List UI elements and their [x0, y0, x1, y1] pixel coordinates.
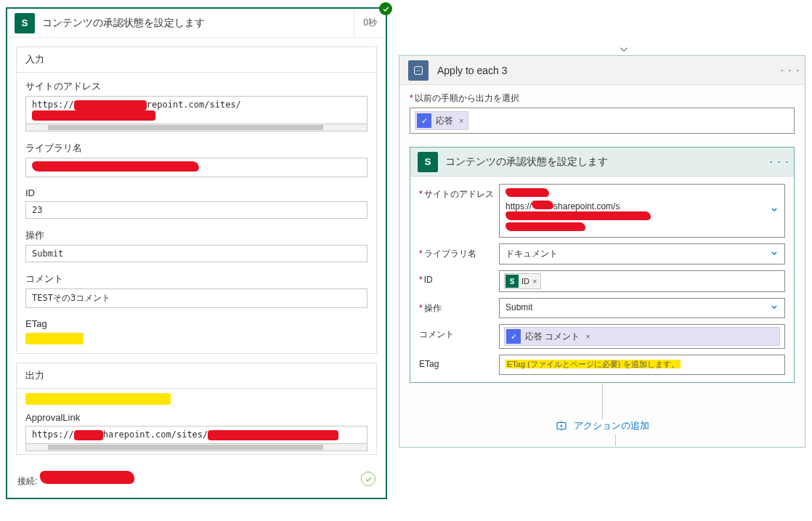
response-token[interactable]: ✓ 応答 ×: [415, 111, 468, 130]
remove-token-button[interactable]: ×: [459, 116, 463, 125]
chevron-down-icon[interactable]: [770, 249, 779, 259]
approvals-icon: ✓: [506, 329, 521, 344]
left-header[interactable]: コンテンツの承認状態を設定します 0秒: [7, 9, 386, 38]
operation-label: 操作: [25, 229, 368, 242]
response-comment-token[interactable]: ✓ 応答 コメント ×: [504, 327, 780, 346]
operation-field[interactable]: Submit: [499, 298, 785, 318]
site-address-label: サイトのアドレス: [424, 189, 494, 199]
inner-action-title: コンテンツの承認状態を設定します: [445, 156, 765, 169]
outputs-heading: 出力: [17, 363, 376, 389]
horizontal-scrollbar[interactable]: [25, 444, 368, 451]
left-footer: 接続:: [7, 464, 386, 498]
etag-value-redacted: [25, 332, 368, 344]
loop-icon: [408, 60, 429, 81]
etag-label: ETag: [419, 359, 439, 369]
etag-placeholder: ETag (ファイルとページに必要) を追加します。: [506, 360, 681, 368]
etag-field[interactable]: ETag (ファイルとページに必要) を追加します。: [499, 355, 785, 375]
add-action-button[interactable]: アクションの追加: [410, 419, 795, 435]
approvals-icon: ✓: [417, 113, 431, 128]
inner-action-header[interactable]: コンテンツの承認状態を設定します · · ·: [410, 148, 794, 177]
left-duration: 0秒: [354, 9, 386, 37]
comment-field[interactable]: ✓ 応答 コメント ×: [499, 324, 785, 349]
connection-label: 接続:: [17, 476, 37, 486]
operation-label: 操作: [424, 303, 442, 313]
set-content-approval-action: コンテンツの承認状態を設定します · · · *サイトのアドレス https:/…: [410, 147, 795, 383]
chevron-down-icon[interactable]: [770, 206, 779, 217]
more-menu-button[interactable]: · · ·: [765, 156, 794, 169]
library-field[interactable]: ドキュメント: [499, 243, 785, 264]
previous-output-field[interactable]: ✓ 応答 ×: [410, 108, 795, 134]
site-address-label: サイトのアドレス: [25, 80, 368, 93]
id-token[interactable]: S ID ×: [504, 273, 541, 289]
apply-to-each-header[interactable]: Apply to each 3 · · ·: [399, 56, 805, 85]
left-action-title: コンテンツの承認状態を設定します: [42, 17, 354, 30]
apply-to-each-card: Apply to each 3 · · · *以前の手順から出力を選択 ✓ 応答…: [399, 55, 805, 448]
site-address-value[interactable]: https://repoint.com/sites/: [25, 96, 368, 124]
sharepoint-icon: [418, 152, 438, 172]
comment-label: コメント: [419, 329, 454, 339]
sharepoint-icon: [15, 13, 35, 33]
remove-token-button[interactable]: ×: [585, 332, 590, 341]
library-label: ライブラリ名: [424, 249, 476, 259]
outputs-card: 出力 ApprovalLink https://harepoint.com/si…: [16, 363, 377, 455]
approval-link-label: ApprovalLink: [25, 412, 368, 423]
site-address-field[interactable]: https://sharepoint.com/s: [499, 184, 785, 238]
id-label: ID: [424, 275, 433, 285]
etag-label: ETag: [25, 318, 368, 329]
comment-label: コメント: [25, 272, 368, 286]
add-action-icon: [555, 419, 568, 432]
check-circle-icon: [361, 472, 375, 486]
inputs-heading: 入力: [17, 47, 376, 73]
operation-value[interactable]: Submit: [25, 245, 368, 262]
left-run-result-panel: コンテンツの承認状態を設定します 0秒 入力 サイトのアドレス https://…: [6, 7, 387, 499]
chevron-down-icon[interactable]: [770, 303, 779, 314]
library-value[interactable]: [25, 158, 368, 177]
more-menu-button[interactable]: · · ·: [776, 64, 805, 77]
library-label: ライブラリ名: [25, 142, 368, 155]
id-label: ID: [25, 187, 368, 198]
apply-to-each-title: Apply to each 3: [437, 65, 776, 76]
comment-value[interactable]: TESTその3コメント: [25, 288, 368, 308]
connector-line: [615, 435, 616, 446]
connector-line: [410, 383, 795, 419]
previous-output-label: *以前の手順から出力を選択: [410, 92, 795, 105]
id-value[interactable]: 23: [25, 201, 368, 219]
sharepoint-icon: S: [506, 275, 519, 288]
horizontal-scrollbar[interactable]: [25, 124, 368, 132]
approval-link-value[interactable]: https://harepoint.com/sites/: [25, 426, 368, 444]
inputs-card: 入力 サイトのアドレス https://repoint.com/sites/ ラ…: [16, 47, 377, 354]
id-field[interactable]: S ID ×: [499, 270, 785, 292]
remove-token-button[interactable]: ×: [532, 277, 537, 286]
